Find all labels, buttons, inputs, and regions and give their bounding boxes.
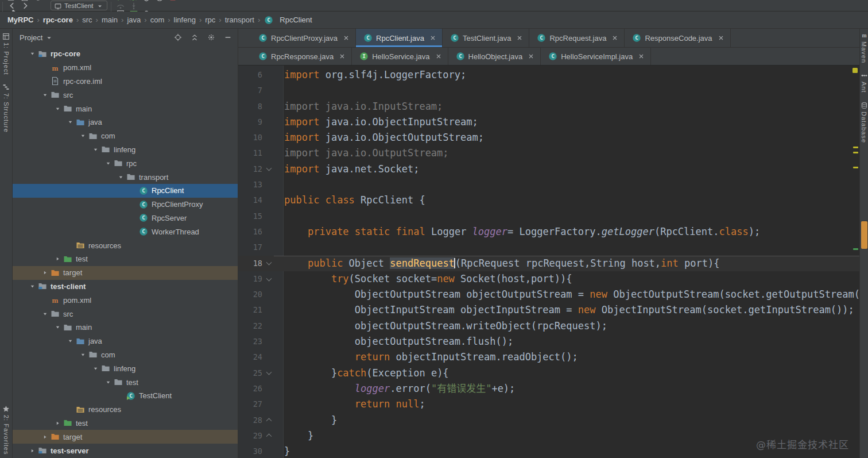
tree-expand-arrow[interactable] [78,352,88,358]
tree-expand-arrow[interactable] [28,283,37,290]
fold-marker[interactable] [265,365,274,381]
fold-marker[interactable] [265,271,274,287]
close-icon[interactable] [435,53,442,60]
tree-row-workerthread[interactable]: CWorkerThread [13,225,238,238]
close-icon[interactable] [611,34,618,41]
breadcrumb-item[interactable]: rpc-core [40,14,76,25]
code-line[interactable]: 15 [238,209,859,224]
close-icon[interactable] [429,34,436,41]
locate-icon[interactable] [174,33,182,41]
tree-row-test-server[interactable]: test-server [13,444,238,457]
tree-row-rpcserver[interactable]: CRpcServer [13,211,238,225]
breadcrumb-item[interactable]: MyRPC [5,14,37,25]
close-icon[interactable] [339,53,346,60]
tree-row-test[interactable]: test [13,252,238,266]
tree-expand-arrow[interactable] [78,133,88,139]
scrollbar-mark[interactable] [853,248,858,250]
tree-row-transport[interactable]: transport [13,170,238,184]
code-line[interactable]: 6import org.slf4j.LoggerFactory; [238,67,859,83]
editor-tab-helloobject-java[interactable]: CHelloObject.java [448,48,541,65]
code-line[interactable]: 20 ObjectOutputStream objectOutputStream… [238,287,859,302]
step-into-icon[interactable] [130,2,138,10]
tree-expand-arrow[interactable] [65,338,75,344]
tool-stripe-button-ant[interactable]: Ant [861,71,868,93]
tree-expand-arrow[interactable] [116,174,126,180]
tree-expand-arrow[interactable] [40,434,50,440]
tool-stripe-button-maven[interactable]: mMaven [861,31,868,63]
breadcrumb-item[interactable]: transport [222,14,257,25]
close-icon[interactable] [343,34,350,41]
tree-row-linfeng[interactable]: linfeng [13,143,238,157]
code-line[interactable]: 8import java.io.InputStream; [238,99,859,114]
scrollbar-mark[interactable] [853,147,858,148]
code-line[interactable]: 13 [238,177,859,193]
tree-row-rpcclient[interactable]: CRpcClient [13,184,238,198]
tree-row-com[interactable]: com [13,129,238,143]
fold-marker[interactable] [265,256,274,271]
back-icon[interactable] [8,2,16,10]
tree-row-java[interactable]: java [13,116,238,129]
tree-row-java[interactable]: java [13,334,238,348]
tree-row-main[interactable]: main [13,321,238,334]
tree-expand-arrow[interactable] [53,256,63,262]
breadcrumb-item[interactable]: linfeng [171,14,199,25]
tree-row-target[interactable]: target [13,266,238,280]
editor-tab-rpcrequest-java[interactable]: CRpcRequest.java [529,29,625,47]
tree-row-test[interactable]: test [13,375,238,389]
code-line[interactable]: 22 objectOutputStream.writeObject(rpcReq… [238,318,859,334]
tool-stripe-button-1-project[interactable]: 1: Project [2,32,10,75]
tree-row-main[interactable]: main [13,102,238,116]
tree-row-rpc-core-iml[interactable]: rpc-core.iml [13,75,238,88]
collapse-all-icon[interactable] [191,33,199,41]
code-line[interactable]: 12import java.net.Socket; [238,161,859,177]
inspection-indicator[interactable] [852,68,858,73]
close-icon[interactable] [528,53,534,60]
run-with-coverage-icon[interactable] [142,0,150,2]
stop-icon[interactable] [169,0,177,2]
run-configuration-combo[interactable]: TestClient [51,1,107,10]
tool-stripe-button-database[interactable]: Database [861,101,868,143]
tree-row-resources[interactable]: resources [13,403,238,417]
breadcrumb-item[interactable]: src [79,14,95,25]
tree-expand-arrow[interactable] [91,365,100,372]
tree-expand-arrow[interactable] [40,311,50,317]
tree-expand-arrow[interactable] [65,119,75,125]
tree-expand-arrow[interactable] [28,51,37,57]
tree-row-com[interactable]: com [13,348,238,362]
editor-tab-rpcclientproxy-java[interactable]: CRpcClientProxy.java [251,29,356,47]
breadcrumb-item[interactable]: com [148,14,168,25]
tree-row-src[interactable]: src [13,307,238,321]
code-line[interactable]: 24 return objectInputStream.readObject()… [238,349,859,365]
tool-stripe-button-2-favorites[interactable]: 2: Favorites [2,405,10,455]
tree-row-target[interactable]: target [13,430,238,444]
tree-expand-arrow[interactable] [53,106,63,112]
fold-marker[interactable] [265,428,274,444]
tree-row-rpcclientproxy[interactable]: CRpcClientProxy [13,198,238,211]
close-icon[interactable] [718,34,724,41]
code-line[interactable]: 28 } [238,413,859,428]
tree-expand-arrow[interactable] [91,147,100,153]
tree-row-testclient[interactable]: CTestClient [13,389,238,403]
breadcrumb-item[interactable]: rpc [202,14,218,25]
tree-expand-arrow[interactable] [40,92,50,98]
fold-marker[interactable] [265,161,274,177]
code-line[interactable]: 17 [238,240,859,255]
profiler-icon[interactable] [156,0,164,2]
scrollbar-mark[interactable] [853,167,858,168]
project-view-selector[interactable]: Project [20,33,53,42]
tree-expand-arrow[interactable] [103,160,113,167]
code-line[interactable]: 27 return null; [238,397,859,412]
tree-row-pom-xml[interactable]: mpom.xml [13,61,238,75]
editor-tab-responsecode-java[interactable]: CResponseCode.java [625,29,730,47]
tree-row-test[interactable]: test [13,417,238,430]
code-line[interactable]: 7 [238,83,859,98]
editor-tab-testclient-java[interactable]: CTestClient.java [443,29,530,47]
code-line[interactable]: 25 }catch(Exception e){ [238,365,859,381]
hide-icon[interactable] [224,33,232,41]
code-line[interactable]: 10import java.io.ObjectOutputStream; [238,130,859,145]
tree-expand-arrow[interactable] [53,420,63,426]
code-line[interactable]: 21 ObjectInputStream objectInputStream =… [238,302,859,318]
tree-expand-arrow[interactable] [40,270,50,276]
tree-row-test-client[interactable]: test-client [13,280,238,294]
tool-stripe-button-7-structure[interactable]: 7: Structure [2,83,10,133]
